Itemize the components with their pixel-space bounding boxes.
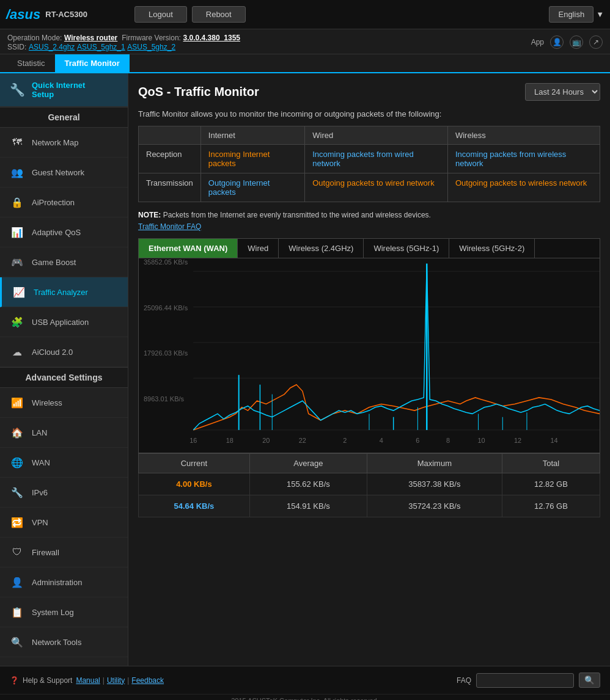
footer-left: ❓ Help & Support Manual | Utility | Feed… [10, 676, 164, 685]
ssid2-link[interactable]: ASUS_5ghz_1 [77, 43, 125, 51]
sidebar-item-wireless[interactable]: 📶 Wireless [0, 388, 128, 418]
question-icon: ❓ [10, 676, 19, 685]
stats-current-2: 54.64 KB/s [139, 495, 250, 517]
administration-icon: 👤 [9, 574, 26, 591]
sidebar-label-system-log: System Log [32, 608, 74, 617]
tab-traffic-monitor[interactable]: Traffic Monitor [55, 54, 130, 72]
feedback-link[interactable]: Feedback [131, 676, 164, 685]
operation-mode-label: Operation Mode: [7, 34, 62, 42]
stats-row-2: 54.64 KB/s 154.91 KB/s 35724.23 KB/s 12.… [139, 495, 600, 517]
header-icons: App 👤 📺 ↗ [531, 35, 603, 49]
sidebar-label-traffic-analyzer: Traffic Analyzer [34, 288, 88, 297]
footer: ❓ Help & Support Manual | Utility | Feed… [0, 666, 610, 694]
sidebar-item-lan[interactable]: 🏠 LAN [0, 418, 128, 448]
svg-text:22: 22 [299, 437, 306, 444]
sidebar-item-guest-network[interactable]: 👥 Guest Network [0, 158, 128, 188]
sidebar-label-guest-network: Guest Network [32, 168, 84, 177]
language-selector: English ▼ [549, 6, 604, 23]
cell-transmission-wireless[interactable]: Outgoing packets to wireless network [447, 173, 600, 202]
stats-total-1: 12.82 GB [502, 473, 600, 495]
svg-text:20: 20 [262, 437, 270, 444]
stats-row-1: 4.00 KB/s 155.62 KB/s 35837.38 KB/s 12.8… [139, 473, 600, 495]
sidebar-item-traffic-analyzer[interactable]: 📈 Traffic Analyzer [0, 277, 128, 307]
tab-statistic[interactable]: Statistic [7, 54, 55, 72]
sidebar-item-vpn[interactable]: 🔁 VPN [0, 508, 128, 538]
sidebar-item-wan[interactable]: 🌐 WAN [0, 448, 128, 478]
faq-search-input[interactable] [476, 673, 574, 688]
page-header: QoS - Traffic Monitor Last 24 Hours Last… [138, 83, 600, 101]
info-bar: Operation Mode: Wireless router Firmware… [0, 29, 610, 54]
header: /asus RT-AC5300 Logout Reboot English ▼ [0, 0, 610, 29]
operation-mode-value[interactable]: Wireless router [64, 34, 117, 42]
row-label-transmission: Transmission [139, 173, 201, 202]
chart-container: 35852.05 KB/s 25096.44 KB/s 17926.03 KB/… [138, 258, 600, 453]
chart-tab-wireless-5-2[interactable]: Wireless (5GHz-2) [449, 239, 535, 258]
info-text: Operation Mode: Wireless router Firmware… [7, 33, 240, 51]
stats-current-1: 4.00 KB/s [139, 473, 250, 495]
sidebar-label-ai-protection: AiProtection [32, 198, 75, 207]
footer-faq: FAQ 🔍 [457, 673, 600, 688]
cell-transmission-wired[interactable]: Outgoing packets to wired network [305, 173, 448, 202]
system-log-icon: 📋 [9, 603, 26, 621]
cell-reception-internet[interactable]: Incoming Internet packets [200, 145, 304, 173]
sidebar-item-ai-protection[interactable]: 🔒 AiProtection [0, 188, 128, 217]
svg-text:8: 8 [446, 437, 450, 444]
sidebar-item-aicloud[interactable]: ☁ AiCloud 2.0 [0, 337, 128, 367]
stats-average-2: 154.91 KB/s [249, 495, 367, 517]
quick-setup-icon: 🔧 [9, 81, 26, 98]
logout-button[interactable]: Logout [134, 6, 187, 23]
chart-tab-wireless-24[interactable]: Wireless (2.4GHz) [279, 239, 364, 258]
chart-tab-wan[interactable]: Ethernet WAN (WAN) [139, 239, 238, 258]
sidebar-item-firewall[interactable]: 🛡 Firewall [0, 538, 128, 567]
content-area: QoS - Traffic Monitor Last 24 Hours Last… [128, 73, 610, 666]
faq-search-button[interactable]: 🔍 [579, 673, 600, 688]
ssid-label: SSID: [7, 43, 26, 51]
cell-reception-wired[interactable]: Incoming packets from wired network [305, 145, 448, 173]
row-label-reception: Reception [139, 145, 201, 173]
sidebar-label-wireless: Wireless [32, 398, 62, 407]
note-text: NOTE: Packets from the Internet are even… [138, 211, 600, 219]
stats-maximum-1: 35837.38 KB/s [367, 473, 502, 495]
usb-application-icon: 🧩 [9, 313, 26, 330]
cell-reception-wireless[interactable]: Incoming packets from wireless network [447, 145, 600, 173]
reboot-button[interactable]: Reboot [192, 6, 246, 23]
users-icon[interactable]: 👤 [550, 35, 564, 49]
sidebar-item-ipv6[interactable]: 🔧 IPv6 [0, 478, 128, 508]
chart-tab-wireless-5-1[interactable]: Wireless (5GHz-1) [364, 239, 449, 258]
faq-link[interactable]: Traffic Monitor FAQ [138, 222, 201, 231]
main-layout: 🔧 Quick InternetSetup General 🗺 Network … [0, 73, 610, 666]
sidebar-label-vpn: VPN [32, 518, 48, 527]
manual-link[interactable]: Manual [76, 676, 100, 685]
cell-transmission-internet[interactable]: Outgoing Internet packets [200, 173, 304, 202]
col-header-wired: Wired [305, 126, 448, 145]
sidebar-item-administration[interactable]: 👤 Administration [0, 567, 128, 597]
sidebar-item-game-boost[interactable]: 🎮 Game Boost [0, 247, 128, 277]
page-title: QoS - Traffic Monitor [138, 85, 259, 99]
sidebar-advanced-header: Advanced Settings [0, 367, 128, 388]
header-buttons: Logout Reboot English ▼ [134, 6, 604, 23]
sidebar-item-network-tools[interactable]: 🔍 Network Tools [0, 627, 128, 657]
language-button[interactable]: English [549, 6, 593, 23]
svg-text:18: 18 [226, 437, 233, 444]
sidebar-item-adaptive-qos[interactable]: 📊 Adaptive QoS [0, 217, 128, 247]
ssid1-link[interactable]: ASUS_2.4ghz [29, 43, 75, 51]
sidebar-item-usb-application[interactable]: 🧩 USB Application [0, 307, 128, 337]
sidebar-label-firewall: Firewall [32, 548, 59, 557]
chevron-down-icon: ▼ [596, 10, 604, 19]
stats-col-maximum: Maximum [367, 454, 502, 473]
firmware-value[interactable]: 3.0.0.4.380_1355 [183, 34, 240, 42]
game-boost-icon: 🎮 [9, 253, 26, 271]
monitor-icon[interactable]: 📺 [570, 35, 583, 49]
ssid3-link[interactable]: ASUS_5ghz_2 [127, 43, 175, 51]
sidebar-item-system-log[interactable]: 📋 System Log [0, 597, 128, 627]
sidebar-item-network-map[interactable]: 🗺 Network Map [0, 128, 128, 158]
time-range-select[interactable]: Last 24 Hours Last 7 Days Last 30 Days [525, 83, 600, 101]
chart-tab-wired[interactable]: Wired [238, 239, 279, 258]
ai-protection-icon: 🔒 [9, 194, 26, 211]
sidebar-item-quick-setup[interactable]: 🔧 Quick InternetSetup [0, 73, 128, 107]
utility-link[interactable]: Utility [107, 676, 125, 685]
sidebar-general-header: General [0, 107, 128, 128]
network-map-icon: 🗺 [9, 134, 26, 151]
share-icon[interactable]: ↗ [589, 35, 603, 49]
stats-col-average: Average [249, 454, 367, 473]
